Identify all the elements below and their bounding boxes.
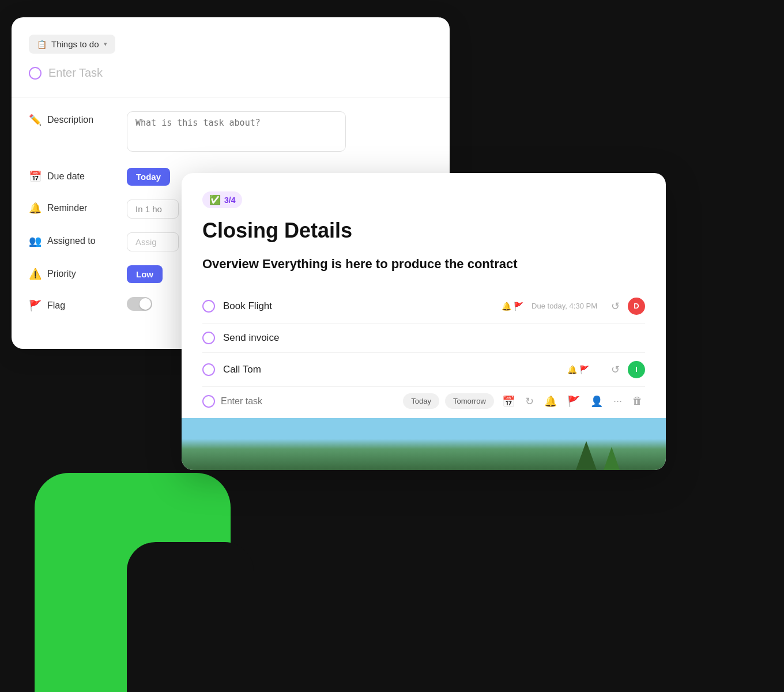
bell-icon: 🔔 bbox=[29, 202, 42, 215]
image-strip bbox=[182, 418, 666, 470]
landscape-image bbox=[182, 418, 666, 470]
task-name-2: Send invoice bbox=[223, 332, 645, 344]
task-list: Book Flight 🔔 🚩 Due today, 4:30 PM ↺ D S… bbox=[202, 289, 645, 418]
new-task-row: Enter Task bbox=[29, 66, 432, 80]
bell-icon-btn[interactable]: 🔔 bbox=[542, 393, 559, 410]
task-icons-3: 🔔 🚩 bbox=[567, 365, 589, 374]
edit-icon: ✏️ bbox=[29, 114, 42, 126]
refresh-icon-3[interactable]: ↺ bbox=[611, 363, 620, 376]
due-date-button[interactable]: Today bbox=[127, 168, 170, 186]
flag-icon-btn[interactable]: 🚩 bbox=[565, 393, 582, 410]
today-button[interactable]: Today bbox=[403, 393, 439, 409]
bell-icon-3: 🔔 bbox=[567, 365, 577, 374]
flag-icon-3: 🚩 bbox=[579, 365, 589, 374]
reminder-label: 🔔 Reminder bbox=[29, 200, 115, 215]
task-name-1: Book Flight bbox=[223, 300, 493, 312]
description-label: ✏️ Description bbox=[29, 111, 115, 126]
list-item: Book Flight 🔔 🚩 Due today, 4:30 PM ↺ D bbox=[202, 289, 645, 324]
green-shape-cutout bbox=[127, 542, 254, 692]
reminder-input[interactable]: In 1 ho bbox=[127, 200, 179, 219]
list-item: Send invoice bbox=[202, 324, 645, 353]
task-checkbox-1[interactable] bbox=[202, 300, 215, 313]
repeat-icon-btn[interactable]: ↻ bbox=[523, 393, 536, 410]
tree-icon-2 bbox=[604, 447, 620, 470]
list-item: Today Tomorrow 📅 ↻ 🔔 🚩 👤 ··· 🗑 bbox=[202, 387, 645, 418]
enter-task-placeholder[interactable]: Enter Task bbox=[48, 66, 103, 80]
divider bbox=[12, 97, 450, 97]
priority-label: ⚠️ Priority bbox=[29, 265, 115, 280]
flag-icon: 🚩 bbox=[29, 299, 42, 312]
flag-icon-1: 🚩 bbox=[514, 302, 523, 311]
tree-icon-1 bbox=[576, 441, 597, 470]
task-checkbox-3[interactable] bbox=[202, 363, 215, 376]
things-to-do-label: Things to do bbox=[51, 39, 99, 49]
task-icons-1: 🔔 🚩 bbox=[502, 302, 523, 311]
closing-title: Closing Details bbox=[202, 219, 645, 243]
people-icon: 👥 bbox=[29, 235, 42, 247]
priority-button[interactable]: Low bbox=[127, 265, 163, 283]
assigned-to-input[interactable]: Assig bbox=[127, 232, 179, 251]
list-item: Call Tom 🔔 🚩 ↺ I bbox=[202, 353, 645, 387]
more-icon-btn[interactable]: ··· bbox=[611, 393, 624, 409]
calendar-icon-btn[interactable]: 📅 bbox=[500, 393, 517, 410]
enter-task-input[interactable] bbox=[221, 396, 397, 407]
due-date-label: 📅 Due date bbox=[29, 168, 115, 183]
closing-details-card: ✅ 3/4 Closing Details Overview Everythin… bbox=[182, 173, 666, 470]
assign-icon-btn[interactable]: 👤 bbox=[588, 393, 605, 410]
toggle-thumb bbox=[140, 298, 151, 310]
refresh-icon-1[interactable]: ↺ bbox=[611, 300, 620, 313]
warning-icon: ⚠️ bbox=[29, 268, 42, 280]
progress-badge: ✅ 3/4 bbox=[202, 191, 242, 208]
overview-text: Overview Everything is here to produce t… bbox=[202, 255, 645, 273]
task-name-3: Call Tom bbox=[223, 364, 559, 375]
description-row: ✏️ Description bbox=[29, 111, 432, 154]
tomorrow-button[interactable]: Tomorrow bbox=[445, 393, 494, 409]
delete-icon-btn[interactable]: 🗑 bbox=[630, 393, 645, 409]
calendar-icon: 📅 bbox=[29, 170, 42, 183]
avatar-1: D bbox=[628, 298, 645, 315]
flag-label: 🚩 Flag bbox=[29, 297, 115, 312]
task-checkbox-new[interactable] bbox=[202, 395, 215, 408]
check-circle-icon: ✅ bbox=[209, 194, 221, 205]
bell-icon-1: 🔔 bbox=[502, 302, 511, 311]
green-decorative-shape bbox=[35, 473, 231, 692]
progress-text: 3/4 bbox=[224, 195, 235, 205]
assigned-to-label: 👥 Assigned to bbox=[29, 232, 115, 247]
due-text-1: Due today, 4:30 PM bbox=[532, 302, 597, 310]
list-icon: 📋 bbox=[37, 40, 47, 49]
flag-toggle[interactable] bbox=[127, 297, 152, 311]
chevron-down-icon: ▾ bbox=[104, 40, 107, 48]
task-checkbox[interactable] bbox=[29, 67, 42, 80]
description-input-area bbox=[127, 111, 432, 154]
avatar-3: I bbox=[628, 361, 645, 378]
things-to-do-button[interactable]: 📋 Things to do ▾ bbox=[29, 35, 115, 54]
task-checkbox-2[interactable] bbox=[202, 332, 215, 344]
description-textarea[interactable] bbox=[127, 111, 346, 152]
